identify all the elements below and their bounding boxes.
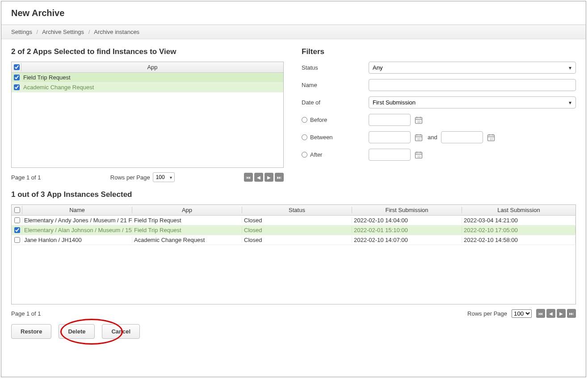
- table-row[interactable]: Elementary / Andy Jones / Museum / 21 Fe…: [12, 216, 575, 225]
- apps-row[interactable]: Field Trip Request: [12, 73, 283, 83]
- table-row[interactable]: Elementary / Alan Johnson / Museum / 15 …: [12, 225, 575, 235]
- after-radio[interactable]: [302, 152, 307, 158]
- name-label: Name: [302, 82, 369, 88]
- col-status: Status: [242, 207, 352, 213]
- apps-row-name: Field Trip Request: [21, 74, 283, 81]
- filters-heading: Filters: [302, 47, 576, 56]
- next-page-button[interactable]: ▶: [265, 173, 273, 182]
- instances-table: Name App Status First Submission Last Su…: [11, 204, 576, 304]
- cancel-button[interactable]: Cancel: [102, 324, 140, 339]
- instances-page-text: Page 1 of 1: [11, 310, 41, 317]
- breadcrumb-sep: /: [34, 29, 41, 35]
- breadcrumb-item: Archive instances: [94, 29, 139, 35]
- last-page-button[interactable]: ⏭: [567, 309, 576, 318]
- apps-page-text: Page 1 of 1: [11, 174, 41, 181]
- col-last: Last Submission: [462, 207, 575, 213]
- cell-status: Closed: [242, 227, 352, 233]
- svg-text:10: 10: [489, 137, 493, 140]
- calendar-icon[interactable]: 10: [413, 115, 424, 125]
- between-end-input[interactable]: [441, 131, 483, 143]
- instances-select-all-checkbox[interactable]: [14, 207, 20, 213]
- cell-first: 2022-02-10 14:07:00: [352, 237, 462, 243]
- col-first: First Submission: [352, 207, 462, 213]
- svg-text:10: 10: [417, 154, 421, 158]
- breadcrumb-item[interactable]: Settings: [11, 29, 32, 35]
- cell-last: 2022-03-04 14:21:00: [462, 217, 575, 224]
- cell-name: Jane Hanlon / JH1400: [22, 237, 132, 243]
- apps-table: App Field Trip Request Academic Change R…: [11, 62, 284, 168]
- name-input[interactable]: [369, 79, 576, 91]
- instances-rows-per-page-label: Rows per Page: [467, 310, 507, 317]
- calendar-icon[interactable]: 10: [413, 132, 424, 143]
- instances-heading: 1 out of 3 App Instances Selected: [11, 190, 576, 199]
- breadcrumb-item[interactable]: Archive Settings: [42, 29, 84, 35]
- cell-app: Field Trip Request: [132, 227, 242, 233]
- cell-status: Closed: [242, 217, 352, 224]
- cell-name: Elementary / Alan Johnson / Museum / 15 …: [22, 227, 132, 233]
- status-label: Status: [302, 64, 369, 71]
- svg-text:10: 10: [417, 137, 421, 140]
- row-checkbox[interactable]: [14, 217, 20, 223]
- cell-last: 2022-02-10 17:05:00: [462, 227, 575, 233]
- next-page-button[interactable]: ▶: [557, 309, 566, 318]
- dateof-label: Date of: [302, 99, 369, 106]
- after-label: After: [310, 151, 322, 158]
- row-checkbox[interactable]: [14, 237, 20, 243]
- instances-rows-per-page-select[interactable]: 100: [512, 309, 532, 318]
- row-checkbox[interactable]: [14, 227, 20, 233]
- apps-row-checkbox[interactable]: [14, 84, 20, 90]
- first-page-button[interactable]: ⏮: [536, 309, 545, 318]
- calendar-icon[interactable]: 10: [486, 132, 496, 143]
- first-page-button[interactable]: ⏮: [244, 173, 253, 182]
- apps-row-name: Academic Change Request: [21, 84, 283, 91]
- between-label: Between: [310, 134, 333, 141]
- cell-status: Closed: [242, 237, 352, 243]
- apps-rows-per-page-select[interactable]: 100: [153, 172, 175, 182]
- restore-button[interactable]: Restore: [11, 324, 51, 339]
- prev-page-button[interactable]: ◀: [254, 173, 263, 182]
- before-label: Before: [310, 117, 327, 123]
- svg-text:10: 10: [417, 120, 421, 123]
- cell-app: Academic Change Request: [132, 237, 242, 243]
- apps-rows-per-page-label: Rows per Page: [110, 174, 150, 181]
- dateof-select[interactable]: First Submission: [369, 96, 576, 108]
- table-row[interactable]: Jane Hanlon / JH1400 Academic Change Req…: [12, 235, 575, 245]
- breadcrumb-sep: /: [86, 29, 93, 35]
- cell-app: Field Trip Request: [132, 217, 242, 224]
- apps-select-all-checkbox[interactable]: [14, 64, 20, 70]
- between-start-input[interactable]: [369, 131, 411, 143]
- between-radio[interactable]: [302, 134, 307, 140]
- calendar-icon[interactable]: 10: [413, 150, 424, 160]
- breadcrumb: Settings / Archive Settings / Archive in…: [1, 25, 586, 39]
- before-date-input[interactable]: [369, 114, 411, 126]
- cell-last: 2022-02-10 14:58:00: [462, 237, 575, 243]
- prev-page-button[interactable]: ◀: [546, 309, 555, 318]
- cell-name: Elementary / Andy Jones / Museum / 21 Fe…: [22, 217, 132, 224]
- after-date-input[interactable]: [369, 149, 411, 161]
- col-app: App: [132, 207, 242, 213]
- status-select[interactable]: Any: [369, 62, 576, 74]
- and-label: and: [428, 134, 437, 141]
- cell-first: 2022-02-10 14:04:00: [352, 217, 462, 224]
- before-radio[interactable]: [302, 117, 307, 123]
- delete-button[interactable]: Delete: [59, 324, 95, 339]
- apps-header-app: App: [21, 64, 283, 71]
- apps-row[interactable]: Academic Change Request: [12, 83, 283, 92]
- apps-row-checkbox[interactable]: [14, 75, 20, 80]
- col-name: Name: [22, 207, 132, 213]
- page-title: New Archive: [1, 1, 586, 25]
- last-page-button[interactable]: ⏭: [275, 173, 284, 182]
- apps-heading: 2 of 2 Apps Selected to find Instances t…: [11, 47, 284, 56]
- cell-first: 2022-02-01 15:10:00: [352, 227, 462, 233]
